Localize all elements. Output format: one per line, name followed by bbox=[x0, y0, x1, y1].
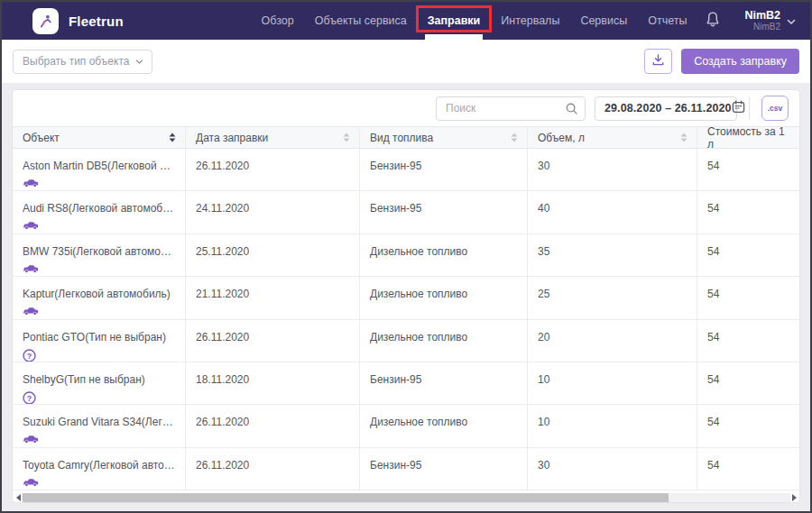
nav-item-Сервисы[interactable]: Сервисы bbox=[580, 2, 627, 40]
table-row[interactable]: Aston Martin DB5(Легковой автомобиль)26.… bbox=[13, 149, 799, 191]
fuel-cell: Дизельное топливо bbox=[360, 234, 528, 276]
column-header[interactable]: Стоимость за 1 л bbox=[697, 127, 799, 148]
export-csv-button[interactable]: .csv bbox=[761, 96, 789, 121]
download-icon bbox=[651, 53, 665, 70]
nav-item-label: Интервалы bbox=[501, 14, 559, 27]
date-cell: 18.11.2020 bbox=[186, 362, 360, 404]
car-icon bbox=[23, 434, 176, 446]
sort-icon[interactable] bbox=[680, 133, 687, 142]
fuel-cell: Бензин-95 bbox=[360, 191, 528, 233]
date-cell: 26.11.2020 bbox=[186, 149, 360, 190]
table-row[interactable]: Pontiac GTO(Тип не выбран)?26.11.2020Диз… bbox=[13, 320, 799, 362]
column-header[interactable]: Объект bbox=[13, 127, 186, 148]
date-cell: 24.11.2020 bbox=[186, 191, 360, 233]
cost-cell: 54 bbox=[697, 448, 799, 490]
fleetrun-logo-icon bbox=[32, 8, 59, 34]
car-icon bbox=[23, 178, 176, 190]
cost-cell: 54 bbox=[697, 149, 799, 190]
table-row[interactable]: Kaptur(Легковой автомобиль)21.11.2020Диз… bbox=[13, 277, 799, 319]
table-row[interactable]: ShelbyG(Тип не выбран)?18.11.2020Бензин-… bbox=[13, 362, 799, 405]
volume-cell: 10 bbox=[528, 362, 697, 404]
sort-icon[interactable] bbox=[511, 133, 518, 142]
main-nav: ОбзорОбъекты сервисаЗаправкиИнтервалыСер… bbox=[262, 2, 687, 40]
date-cell: 26.11.2020 bbox=[186, 320, 360, 362]
table-row[interactable]: Suzuki Grand Vitara S34(Легковой автомоб… bbox=[13, 405, 799, 447]
column-header-label: Стоимость за 1 л bbox=[707, 127, 790, 148]
sort-icon[interactable] bbox=[343, 133, 350, 142]
fuel-cell: Дизельное топливо bbox=[360, 320, 528, 362]
object-name: Audi RS8(Легковой автомобиль) bbox=[23, 202, 176, 215]
volume-cell: 30 bbox=[528, 149, 697, 190]
page-body: 29.08.2020 – 26.11.2020 .csv ОбъектДата … bbox=[2, 83, 810, 511]
scrollbar-thumb[interactable] bbox=[23, 493, 669, 502]
table-row[interactable]: Audi RS8(Легковой автомобиль)24.11.2020Б… bbox=[13, 191, 799, 234]
column-header[interactable]: Объем, л bbox=[528, 127, 697, 148]
nav-item-Интервалы[interactable]: Интервалы bbox=[501, 2, 559, 40]
nav-item-label: Объекты сервиса bbox=[315, 14, 407, 27]
app-header: Fleetrun ОбзорОбъекты сервисаЗаправкиИнт… bbox=[2, 2, 810, 40]
cost-cell: 54 bbox=[697, 362, 799, 404]
nav-item-Объекты сервиса[interactable]: Объекты сервиса bbox=[315, 2, 407, 40]
column-header[interactable]: Вид топлива bbox=[360, 127, 528, 148]
table-row[interactable]: Toyota Camry(Легковой автомобиль)26.11.2… bbox=[13, 448, 799, 490]
cost-cell: 54 bbox=[697, 277, 799, 318]
chevron-down-icon bbox=[135, 55, 143, 68]
object-name: BMW 735i(Легковой автомобиль) bbox=[23, 245, 176, 258]
sort-icon[interactable] bbox=[169, 133, 176, 142]
scroll-left-icon[interactable] bbox=[14, 493, 22, 502]
volume-cell: 20 bbox=[528, 320, 697, 362]
scroll-right-icon[interactable] bbox=[790, 493, 798, 502]
brand[interactable]: Fleetrun bbox=[32, 8, 124, 34]
object-cell: Suzuki Grand Vitara S34(Легковой автомоб… bbox=[13, 405, 186, 446]
nav-item-Заправки[interactable]: Заправки bbox=[428, 2, 481, 40]
divider bbox=[749, 96, 750, 120]
object-cell: Kaptur(Легковой автомобиль) bbox=[13, 277, 186, 318]
user-menu[interactable]: NimB2 NimB2 bbox=[744, 9, 796, 32]
column-header-label: Объем, л bbox=[538, 132, 585, 144]
volume-cell: 30 bbox=[528, 448, 697, 490]
volume-cell: 25 bbox=[528, 277, 697, 318]
object-cell: Toyota Camry(Легковой автомобиль) bbox=[13, 448, 186, 490]
active-tab-indicator bbox=[425, 34, 484, 40]
cost-cell: 54 bbox=[697, 320, 799, 362]
horizontal-scrollbar[interactable] bbox=[14, 493, 798, 502]
object-name: ShelbyG(Тип не выбран) bbox=[23, 373, 176, 386]
cost-cell: 54 bbox=[697, 405, 799, 446]
volume-cell: 10 bbox=[528, 405, 697, 446]
table-row[interactable]: BMW 735i(Легковой автомобиль)25.11.2020Д… bbox=[13, 234, 799, 277]
object-type-select[interactable]: Выбрать тип объекта bbox=[13, 50, 152, 74]
date-range-picker[interactable]: 29.08.2020 – 26.11.2020 bbox=[595, 96, 737, 121]
nav-item-label: Отчеты bbox=[648, 14, 687, 27]
object-cell: Pontiac GTO(Тип не выбран)? bbox=[13, 320, 186, 362]
column-header-label: Дата заправки bbox=[196, 132, 268, 144]
fuelings-card: 29.08.2020 – 26.11.2020 .csv ОбъектДата … bbox=[12, 89, 800, 503]
object-cell: BMW 735i(Легковой автомобиль) bbox=[13, 234, 186, 276]
svg-text:?: ? bbox=[27, 394, 32, 403]
create-fueling-button[interactable]: Создать заправку bbox=[681, 49, 799, 74]
fuel-cell: Дизельное топливо bbox=[360, 405, 528, 446]
nav-item-Отчеты[interactable]: Отчеты bbox=[648, 2, 687, 40]
column-header[interactable]: Дата заправки bbox=[186, 127, 360, 148]
nav-item-label: Обзор bbox=[262, 14, 294, 27]
notifications-button[interactable] bbox=[705, 11, 721, 32]
nav-item-Обзор[interactable]: Обзор bbox=[262, 2, 294, 40]
object-cell: ShelbyG(Тип не выбран)? bbox=[13, 362, 186, 404]
date-cell: 26.11.2020 bbox=[186, 405, 360, 446]
table-header: ОбъектДата заправкиВид топливаОбъем, лСт… bbox=[13, 126, 799, 149]
object-name: Toyota Camry(Легковой автомобиль) bbox=[23, 459, 176, 472]
scrollbar-track[interactable] bbox=[22, 493, 790, 502]
object-cell: Aston Martin DB5(Легковой автомобиль) bbox=[13, 149, 186, 190]
user-names: NimB2 NimB2 bbox=[744, 9, 780, 32]
search-input[interactable] bbox=[436, 96, 586, 121]
import-button[interactable] bbox=[644, 49, 672, 74]
date-cell: 25.11.2020 bbox=[186, 234, 360, 276]
car-icon bbox=[23, 306, 176, 318]
object-name: Aston Martin DB5(Легковой автомобиль) bbox=[23, 160, 176, 172]
cost-cell: 54 bbox=[697, 234, 799, 276]
search-box bbox=[436, 96, 586, 121]
search-icon bbox=[565, 102, 578, 119]
date-cell: 21.11.2020 bbox=[186, 277, 360, 318]
nav-item-label: Сервисы bbox=[580, 14, 627, 27]
date-cell: 26.11.2020 bbox=[186, 448, 360, 490]
chevron-down-icon bbox=[787, 13, 796, 29]
